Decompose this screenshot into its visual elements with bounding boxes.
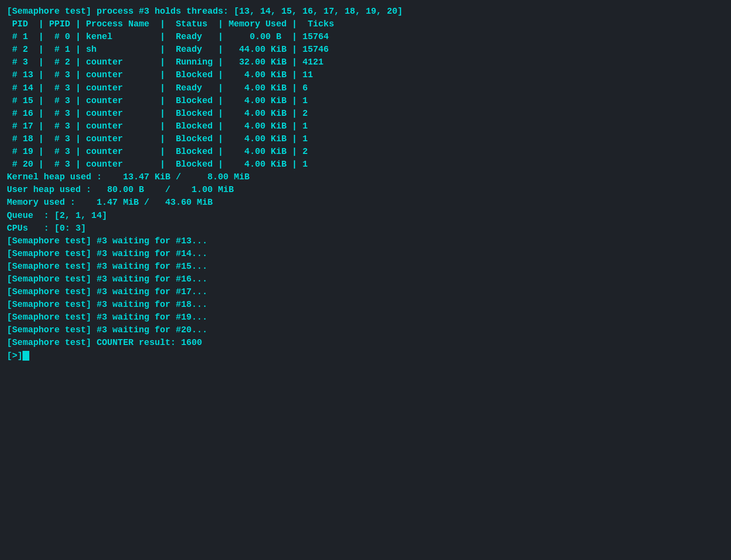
terminal-line: [Semaphore test] #3 waiting for #19...	[7, 311, 724, 323]
terminal-line: # 15 | # 3 | counter | Blocked | 4.00 Ki…	[7, 94, 724, 107]
terminal-line: # 18 | # 3 | counter | Blocked | 4.00 Ki…	[7, 132, 724, 145]
terminal-line: # 13 | # 3 | counter | Blocked | 4.00 Ki…	[7, 68, 724, 81]
terminal-line: [Semaphore test] #3 waiting for #15...	[7, 260, 724, 273]
terminal-line: PID | PPID | Process Name | Status | Mem…	[7, 18, 724, 30]
terminal-line: # 1 | # 0 | kenel | Ready | 0.00 B | 157…	[7, 30, 724, 43]
terminal-line: # 14 | # 3 | counter | Ready | 4.00 KiB …	[7, 82, 724, 94]
terminal-line: [Semaphore test] #3 waiting for #18...	[7, 298, 724, 311]
terminal-line: CPUs : [0: 3]	[7, 222, 724, 235]
cursor-icon	[22, 351, 29, 361]
terminal-line: [Semaphore test] COUNTER result: 1600	[7, 336, 724, 349]
terminal-line: User heap used : 80.00 B / 1.00 MiB	[7, 183, 724, 196]
terminal-line: [Semaphore test] #3 waiting for #16...	[7, 273, 724, 285]
terminal-output: [Semaphore test] process #3 holds thread…	[7, 5, 724, 362]
terminal-line: [Semaphore test] process #3 holds thread…	[7, 5, 724, 18]
terminal-line: # 3 | # 2 | counter | Running | 32.00 Ki…	[7, 56, 724, 68]
terminal-line: # 16 | # 3 | counter | Blocked | 4.00 Ki…	[7, 107, 724, 120]
terminal-prompt[interactable]: [>]	[7, 349, 724, 362]
terminal-line: Kernel heap used : 13.47 KiB / 8.00 MiB	[7, 171, 724, 183]
terminal-line: # 20 | # 3 | counter | Blocked | 4.00 Ki…	[7, 158, 724, 171]
terminal-line: # 2 | # 1 | sh | Ready | 44.00 KiB | 157…	[7, 43, 724, 56]
terminal-line: Queue : [2, 1, 14]	[7, 209, 724, 222]
terminal-line: # 19 | # 3 | counter | Blocked | 4.00 Ki…	[7, 145, 724, 158]
terminal-line: Memory used : 1.47 MiB / 43.60 MiB	[7, 196, 724, 209]
terminal-line: [Semaphore test] #3 waiting for #20...	[7, 323, 724, 336]
terminal-line: # 17 | # 3 | counter | Blocked | 4.00 Ki…	[7, 120, 724, 132]
terminal-line: [Semaphore test] #3 waiting for #13...	[7, 235, 724, 247]
terminal-line: [Semaphore test] #3 waiting for #14...	[7, 247, 724, 260]
terminal-line: [Semaphore test] #3 waiting for #17...	[7, 285, 724, 298]
